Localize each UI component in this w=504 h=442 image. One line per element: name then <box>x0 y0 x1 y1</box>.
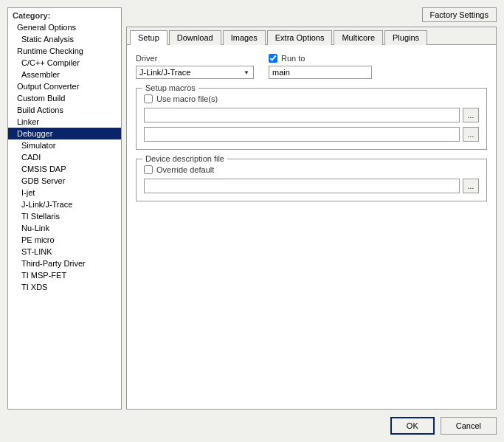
tab-extra-options[interactable]: Extra Options <box>267 30 333 45</box>
override-default-label: Override default <box>156 165 214 174</box>
use-macro-label: Use macro file(s) <box>156 94 218 103</box>
device-description-section: Device description file Override default… <box>136 159 487 201</box>
run-to-group: Run to <box>269 54 372 79</box>
sidebar: Category: General OptionsStatic Analysis… <box>7 7 122 410</box>
sidebar-item-i-jet[interactable]: I-jet <box>8 187 121 198</box>
sidebar-item-build-actions[interactable]: Build Actions <box>8 104 121 116</box>
tabs-bar: SetupDownloadImagesExtra OptionsMulticor… <box>127 27 496 45</box>
sidebar-item-gdb-server[interactable]: GDB Server <box>8 175 121 187</box>
sidebar-item-general-options[interactable]: General Options <box>8 21 121 33</box>
tab-setup[interactable]: Setup <box>130 30 168 45</box>
sidebar-item-static-analysis[interactable]: Static Analysis <box>8 33 121 45</box>
sidebar-item-custom-build[interactable]: Custom Build <box>8 92 121 104</box>
sidebar-item-assembler[interactable]: Assembler <box>8 69 121 80</box>
sidebar-item-output-converter[interactable]: Output Converter <box>8 80 121 92</box>
macro-input-1[interactable] <box>144 108 460 122</box>
sidebar-item-ti-xds[interactable]: TI XDS <box>8 281 121 293</box>
factory-bar: Factory Settings <box>126 7 497 22</box>
sidebar-item-jlink-jtrace[interactable]: J-Link/J-Trace <box>8 198 121 210</box>
macro-browse-btn-2[interactable]: ... <box>463 127 479 142</box>
use-macro-checkbox[interactable] <box>144 94 153 103</box>
macro-input-2[interactable] <box>144 127 460 142</box>
sidebar-item-linker[interactable]: Linker <box>8 116 121 128</box>
device-input-row: ... <box>144 179 479 193</box>
sidebar-item-third-party-driver[interactable]: Third-Party Driver <box>8 258 121 269</box>
tab-plugins[interactable]: Plugins <box>384 30 427 45</box>
factory-settings-button[interactable]: Factory Settings <box>422 7 497 22</box>
macro-input-row2: ... <box>144 127 479 142</box>
override-default-row: Override default <box>144 165 479 174</box>
run-to-label: Run to <box>281 54 305 63</box>
sidebar-item-ti-stellaris[interactable]: TI Stellaris <box>8 210 121 222</box>
sidebar-item-cmsis-dap[interactable]: CMSIS DAP <box>8 163 121 175</box>
sidebar-item-cadi[interactable]: CADI <box>8 151 121 163</box>
main-panel: Factory Settings SetupDownloadImagesExtr… <box>126 7 497 410</box>
setup-macros-section: Setup macros Use macro file(s) ... ... <box>136 88 487 150</box>
dialog: Category: General OptionsStatic Analysis… <box>0 0 504 442</box>
sidebar-item-st-link[interactable]: ST-LINK <box>8 246 121 258</box>
macro-input-row1: ... <box>144 108 479 122</box>
run-to-checkbox[interactable] <box>269 54 277 63</box>
sidebar-item-runtime-checking[interactable]: Runtime Checking <box>8 45 121 57</box>
ok-button[interactable]: OK <box>390 417 435 435</box>
use-macro-checkbox-row: Use macro file(s) <box>144 94 479 103</box>
run-to-checkbox-row: Run to <box>269 54 372 63</box>
device-description-legend: Device description file <box>142 154 227 163</box>
driver-label: Driver <box>136 54 254 63</box>
tab-images[interactable]: Images <box>223 30 266 45</box>
content-area: SetupDownloadImagesExtra OptionsMulticor… <box>126 27 497 410</box>
device-browse-btn[interactable]: ... <box>463 179 479 193</box>
sidebar-item-debugger[interactable]: Debugger <box>8 128 121 139</box>
sidebar-item-nu-link[interactable]: Nu-Link <box>8 222 121 234</box>
sidebar-item-cpp-compiler[interactable]: C/C++ Compiler <box>8 57 121 69</box>
tab-content-setup: Driver J-Link/J-Trace Run to <box>127 45 496 409</box>
driver-group: Driver J-Link/J-Trace <box>136 54 254 79</box>
tab-multicore[interactable]: Multicore <box>334 30 383 45</box>
macro-browse-btn-1[interactable]: ... <box>463 108 479 122</box>
dialog-footer: OK Cancel <box>7 410 497 435</box>
category-label: Category: <box>8 8 121 21</box>
setup-macros-legend: Setup macros <box>142 83 199 92</box>
tab-download[interactable]: Download <box>169 30 221 45</box>
driver-select[interactable]: J-Link/J-Trace <box>136 66 254 79</box>
driver-select-wrapper: J-Link/J-Trace <box>136 66 254 79</box>
sidebar-item-simulator[interactable]: Simulator <box>8 139 121 151</box>
sidebar-item-pe-micro[interactable]: PE micro <box>8 234 121 246</box>
cancel-button[interactable]: Cancel <box>441 417 497 435</box>
sidebar-item-ti-msp-fet[interactable]: TI MSP-FET <box>8 269 121 281</box>
override-default-checkbox[interactable] <box>144 165 153 174</box>
run-to-input[interactable] <box>269 66 372 79</box>
device-input[interactable] <box>144 179 460 193</box>
